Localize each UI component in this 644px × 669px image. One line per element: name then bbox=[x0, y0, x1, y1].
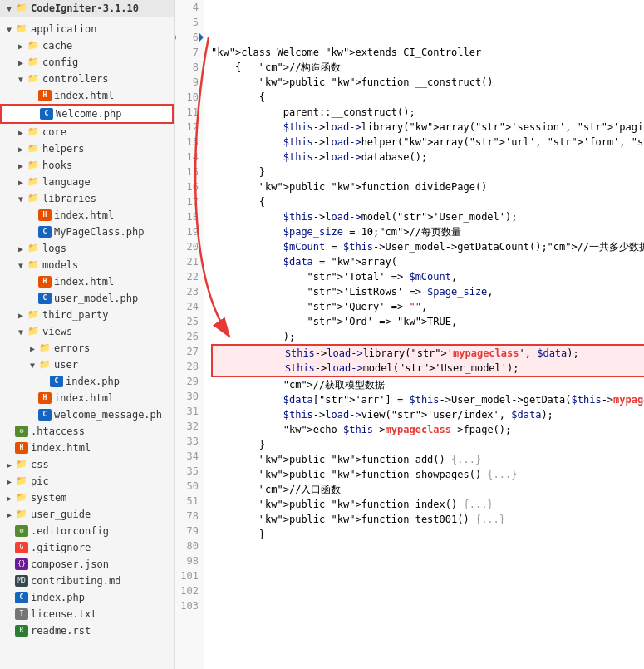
tree-item-readme.rst[interactable]: Rreadme.rst bbox=[0, 622, 174, 639]
tree-item-user_guide[interactable]: 📁user_guide bbox=[0, 506, 174, 523]
php-icon: C bbox=[38, 293, 52, 304]
tree-item-pic[interactable]: 📁pic bbox=[0, 473, 174, 489]
code-editor: 4567891011121314151617181920212223242526… bbox=[175, 0, 644, 669]
folder-arrow[interactable] bbox=[15, 327, 27, 337]
folder-arrow[interactable] bbox=[15, 311, 27, 320]
line-number: 23 bbox=[179, 284, 199, 299]
tree-item-core[interactable]: 📁core bbox=[0, 124, 174, 140]
file-tree[interactable]: 📁 CodeIgniter-3.1.10 📁application📁cache📁… bbox=[0, 0, 175, 669]
tree-item-Welcome.php[interactable]: CWelcome.php bbox=[0, 104, 174, 124]
code-line: $this->load->model("str">'User_model'); bbox=[211, 209, 644, 224]
folder-arrow[interactable] bbox=[15, 75, 27, 84]
code-line: $data["str">'arr'] = $this->User_model->… bbox=[211, 392, 644, 407]
tree-item-logs[interactable]: 📁logs bbox=[0, 240, 174, 257]
item-label: license.txt bbox=[31, 607, 96, 622]
line-numbers: 4567891011121314151617181920212223242526… bbox=[175, 0, 204, 669]
folder-arrow[interactable] bbox=[3, 494, 15, 503]
item-label: Welcome.php bbox=[56, 106, 121, 121]
folder-arrow[interactable] bbox=[15, 178, 27, 187]
folder-arrow[interactable] bbox=[15, 58, 27, 67]
tree-item-controllers[interactable]: 📁controllers bbox=[0, 71, 174, 87]
folder-arrow[interactable] bbox=[15, 128, 27, 137]
tree-item-hooks[interactable]: 📁hooks bbox=[0, 157, 174, 174]
folder-arrow[interactable] bbox=[15, 145, 27, 154]
code-line: "cm">//入口函数 bbox=[211, 482, 644, 497]
line-number: 30 bbox=[179, 389, 199, 404]
folder-icon: 📁 bbox=[27, 126, 40, 138]
folder-arrow[interactable] bbox=[27, 361, 38, 370]
item-label: application bbox=[31, 22, 96, 37]
tree-item-models-index.html[interactable]: Hindex.html bbox=[0, 273, 174, 290]
tree-item-views-index.html[interactable]: Hindex.html bbox=[0, 390, 174, 406]
tree-item-application[interactable]: 📁application bbox=[0, 21, 174, 37]
folder-arrow[interactable] bbox=[3, 477, 15, 486]
item-label: user_guide bbox=[31, 507, 91, 522]
folder-arrow[interactable] bbox=[15, 42, 27, 51]
item-label: .htaccess bbox=[31, 424, 85, 439]
item-label: third_party bbox=[42, 307, 108, 322]
folder-icon: 📁 bbox=[15, 509, 28, 520]
folder-arrow[interactable] bbox=[27, 344, 38, 353]
tree-item-system[interactable]: 📁system bbox=[0, 489, 174, 506]
folder-arrow[interactable] bbox=[15, 244, 27, 253]
folder-icon: 📁 bbox=[15, 23, 28, 35]
git-icon: G bbox=[15, 542, 28, 553]
code-line: "kw">public "kw">function test001() {...… bbox=[211, 512, 644, 527]
tree-item-user[interactable]: 📁user bbox=[0, 357, 174, 373]
tree-item-htaccess[interactable]: ⚙.htaccess bbox=[0, 423, 174, 440]
tree-item-css[interactable]: 📁css bbox=[0, 456, 174, 473]
tree-item-views[interactable]: 📁views bbox=[0, 323, 174, 340]
code-line: { "cm">//构造函数 bbox=[211, 60, 644, 75]
tree-item-user-index.php[interactable]: Cindex.php bbox=[0, 373, 174, 390]
tree-item-composer.json[interactable]: {}composer.json bbox=[0, 556, 174, 573]
line-number: 6 bbox=[179, 30, 199, 45]
project-root: 📁 CodeIgniter-3.1.10 bbox=[0, 0, 174, 17]
tree-item-index.php[interactable]: Cindex.php bbox=[0, 589, 174, 606]
line-number: 10 bbox=[179, 90, 199, 105]
tree-item-helpers[interactable]: 📁helpers bbox=[0, 140, 174, 157]
code-line: $this->load->library("str">'mypageclass'… bbox=[211, 344, 644, 361]
tree-item-index.html[interactable]: Hindex.html bbox=[0, 87, 174, 104]
line-number: 103 bbox=[179, 598, 199, 613]
folder-arrow[interactable] bbox=[15, 261, 27, 270]
code-line: } bbox=[211, 527, 644, 542]
tree-item-user_model.php[interactable]: Cuser_model.php bbox=[0, 290, 174, 307]
folder-arrow[interactable] bbox=[15, 194, 27, 204]
tree-item-errors[interactable]: 📁errors bbox=[0, 340, 174, 357]
root-arrow bbox=[3, 4, 15, 13]
code-line: $this->load->database(); bbox=[211, 150, 644, 165]
tree-item-cache[interactable]: 📁cache bbox=[0, 37, 174, 54]
item-label: index.html bbox=[54, 391, 114, 406]
folder-arrow[interactable] bbox=[3, 460, 15, 470]
tree-item-welcome_message.ph[interactable]: Cwelcome_message.ph bbox=[0, 406, 174, 423]
code-line: "kw">class Welcome "kw">extends CI_Contr… bbox=[211, 45, 644, 60]
item-label: errors bbox=[54, 341, 90, 356]
line-number: 79 bbox=[179, 524, 199, 539]
html-icon: H bbox=[38, 392, 52, 404]
htaccess-icon: ⚙ bbox=[15, 426, 28, 437]
item-label: MyPageClass.php bbox=[54, 224, 144, 239]
tree-item-language[interactable]: 📁language bbox=[0, 174, 174, 190]
tree-item-contributing.md[interactable]: MDcontributing.md bbox=[0, 573, 174, 589]
folder-arrow[interactable] bbox=[3, 25, 15, 34]
tree-item-third_party[interactable]: 📁third_party bbox=[0, 307, 174, 323]
tree-item-editorconfig[interactable]: ⚙.editorconfig bbox=[0, 523, 174, 539]
item-label: index.html bbox=[54, 208, 114, 223]
tree-item-libraries[interactable]: 📁libraries bbox=[0, 190, 174, 207]
tree-item-MyPageClass.php[interactable]: CMyPageClass.php bbox=[0, 224, 174, 240]
tree-container: 📁application📁cache📁config📁controllersHin… bbox=[0, 17, 174, 642]
tree-item-config[interactable]: 📁config bbox=[0, 54, 174, 71]
line-number: 32 bbox=[179, 419, 199, 434]
tree-item-license.txt[interactable]: Tlicense.txt bbox=[0, 606, 174, 622]
folder-arrow[interactable] bbox=[15, 161, 27, 170]
tree-item-models[interactable]: 📁models bbox=[0, 257, 174, 273]
folder-icon: 📁 bbox=[27, 57, 40, 68]
tree-item-root-index.html[interactable]: Hindex.html bbox=[0, 440, 174, 456]
line-number: 78 bbox=[179, 509, 199, 524]
item-label: index.php bbox=[66, 374, 120, 389]
tree-item-libraries-index.html[interactable]: Hindex.html bbox=[0, 207, 174, 224]
tree-item-gitignore[interactable]: G.gitignore bbox=[0, 539, 174, 556]
folder-arrow[interactable] bbox=[3, 510, 15, 519]
line-number: 19 bbox=[179, 224, 199, 239]
code-line: $page_size = 10;"cm">//每页数量 bbox=[211, 224, 644, 239]
